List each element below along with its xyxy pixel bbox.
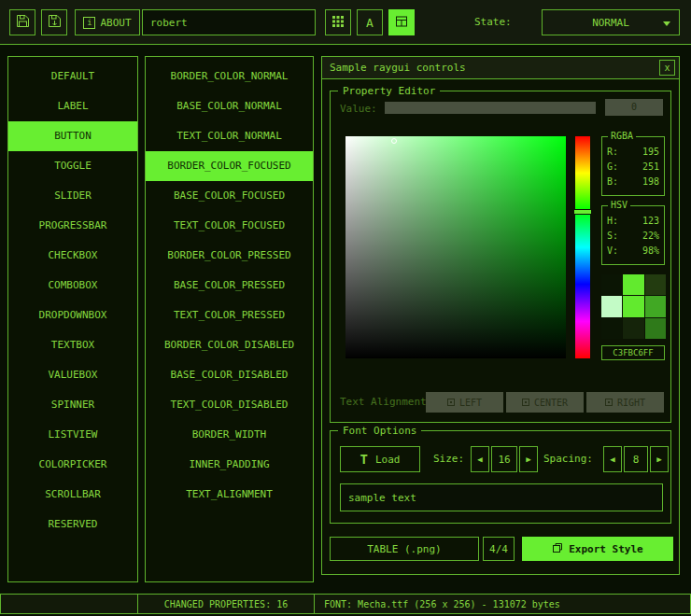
properties-list-item[interactable]: TEXT_COLOR_NORMAL — [146, 121, 313, 151]
toolbar: ABOUT A State: NORMAL — [0, 0, 691, 45]
size-decrement-button[interactable]: ◀ — [471, 446, 489, 472]
statusbar-font-info: FONT: Mecha.ttf (256 x 256) - 131072 byt… — [314, 594, 691, 614]
controls-list-item[interactable]: LABEL — [8, 91, 137, 121]
rgba-row-g: G:251 — [607, 160, 659, 175]
properties-list-item[interactable]: BORDER_COLOR_FOCUSED — [146, 151, 313, 181]
export-style-label: Export Style — [569, 543, 642, 555]
chevron-down-icon — [663, 21, 670, 26]
style-color-swatch[interactable] — [601, 296, 622, 316]
style-name-input[interactable] — [142, 9, 316, 35]
value-slider[interactable] — [385, 102, 596, 114]
export-style-button[interactable]: Export Style — [522, 537, 673, 561]
font-A-icon: A — [366, 16, 374, 30]
color-saturation-value-panel[interactable] — [346, 136, 566, 358]
text-align-icon — [605, 399, 613, 406]
controls-list-item[interactable]: DROPDOWNBOX — [8, 301, 137, 330]
statusbar: CHANGED PROPERTIES: 16 FONT: Mecha.ttf (… — [0, 594, 691, 614]
hsv-row-s: S:22% — [607, 229, 659, 244]
hue-slider[interactable] — [575, 136, 590, 358]
spacing-value-box[interactable]: 8 — [624, 446, 648, 472]
style-color-swatch[interactable] — [601, 274, 622, 295]
text-alignment-button[interactable]: CENTER — [506, 392, 584, 413]
text-alignment-button[interactable]: RIGHT — [586, 392, 664, 413]
style-table-view-button[interactable] — [388, 9, 415, 35]
hsv-row-v: V:98% — [607, 244, 659, 259]
properties-list-item[interactable]: BASE_COLOR_NORMAL — [146, 91, 313, 121]
grid-icon — [331, 15, 345, 31]
font-options-groupbox: Font Options T Load Size: ◀ 16 ▶ Spacing… — [330, 430, 671, 524]
state-label: State: — [474, 16, 512, 28]
text-alignment-button[interactable]: LEFT — [426, 392, 503, 413]
properties-list-item[interactable]: TEXT_COLOR_FOCUSED — [146, 211, 313, 241]
controls-list-item[interactable]: DEFAULT — [8, 62, 137, 91]
statusbar-changed-properties: CHANGED PROPERTIES: 16 — [137, 594, 315, 614]
close-button[interactable]: x — [659, 60, 675, 76]
properties-list-item[interactable]: BORDER_COLOR_PRESSED — [146, 241, 313, 271]
controls-list-item[interactable]: SCROLLBAR — [8, 480, 137, 510]
style-color-swatch[interactable] — [645, 318, 666, 339]
spacing-decrement-button[interactable]: ◀ — [603, 446, 622, 472]
controls-list-item[interactable]: RESERVED — [8, 510, 137, 539]
grid-view-button[interactable] — [325, 9, 351, 35]
font-options-title: Font Options — [338, 425, 421, 437]
controls-list: DEFAULTLABELBUTTONTOGGLESLIDERPROGRESSBA… — [7, 56, 138, 582]
size-increment-button[interactable]: ▶ — [519, 446, 538, 472]
left-arrow-icon: ◀ — [610, 455, 614, 464]
style-color-swatch[interactable] — [623, 318, 643, 339]
style-table-icon — [395, 15, 408, 31]
about-button[interactable]: ABOUT — [75, 9, 140, 35]
save-style-as-button[interactable] — [41, 9, 67, 35]
controls-list-item[interactable]: TEXTBOX — [8, 330, 137, 360]
controls-list-item[interactable]: TOGGLE — [8, 151, 137, 181]
style-color-swatch[interactable] — [623, 274, 643, 295]
properties-list-item[interactable]: TEXT_COLOR_PRESSED — [146, 301, 313, 330]
property-editor-groupbox: Property Editor Value: 0 RGBA R:195 G:25… — [330, 91, 671, 423]
about-button-label: ABOUT — [100, 17, 131, 29]
properties-list-item[interactable]: BASE_COLOR_FOCUSED — [146, 181, 313, 211]
font-load-button[interactable]: T Load — [340, 446, 420, 472]
controls-list-item[interactable]: COLORPICKER — [8, 450, 137, 480]
properties-list-item[interactable]: TEXT_ALIGNMENT — [146, 480, 313, 510]
properties-list: BORDER_COLOR_NORMALBASE_COLOR_NORMALTEXT… — [145, 56, 314, 582]
window-title: Sample raygui controls — [330, 62, 466, 74]
properties-list-item[interactable]: BORDER_COLOR_DISABLED — [146, 330, 313, 360]
text-align-icon — [522, 399, 529, 406]
rgba-row-b: B:198 — [607, 175, 659, 189]
spacing-increment-button[interactable]: ▶ — [650, 446, 669, 472]
controls-list-item[interactable]: SPINNER — [8, 390, 137, 420]
sample-text-input[interactable] — [340, 483, 663, 511]
hsv-row-h: H:123 — [607, 214, 659, 229]
right-arrow-icon: ▶ — [656, 455, 661, 464]
controls-list-item[interactable]: BUTTON — [8, 121, 137, 151]
controls-list-item[interactable]: CHECKBOX — [8, 241, 137, 271]
hue-slider-handle[interactable] — [573, 209, 592, 215]
properties-list-item[interactable]: TEXT_COLOR_DISABLED — [146, 390, 313, 420]
size-value-box[interactable]: 16 — [491, 446, 517, 472]
font-view-button[interactable]: A — [357, 9, 383, 35]
save-style-button[interactable] — [9, 9, 35, 35]
state-dropdown[interactable]: NORMAL — [542, 9, 680, 35]
hex-color-textbox[interactable]: C3FBC6FF — [601, 345, 665, 360]
controls-list-item[interactable]: PROGRESSBAR — [8, 211, 137, 241]
controls-list-item[interactable]: VALUEBOX — [8, 360, 137, 390]
style-color-swatch[interactable] — [645, 296, 666, 316]
text-align-icon — [447, 399, 455, 406]
controls-list-item[interactable]: COMBOBOX — [8, 271, 137, 301]
properties-list-item[interactable]: BASE_COLOR_PRESSED — [146, 271, 313, 301]
controls-list-item[interactable]: LISTVIEW — [8, 420, 137, 450]
style-color-swatch[interactable] — [623, 296, 643, 316]
color-picker-cursor[interactable] — [391, 138, 397, 144]
properties-list-item[interactable]: BASE_COLOR_DISABLED — [146, 360, 313, 390]
window-titlebar[interactable]: Sample raygui controls x — [322, 57, 679, 79]
style-color-swatch[interactable] — [645, 274, 666, 295]
style-color-swatch[interactable] — [601, 318, 622, 339]
value-box[interactable]: 0 — [605, 99, 663, 116]
hsv-panel-title: HSV — [608, 200, 630, 211]
properties-list-item[interactable]: INNER_PADDING — [146, 450, 313, 480]
export-format-button[interactable]: TABLE (.png) — [330, 537, 479, 561]
controls-list-item[interactable]: SLIDER — [8, 181, 137, 211]
properties-list-item[interactable]: BORDER_COLOR_NORMAL — [146, 62, 313, 91]
properties-list-item[interactable]: BORDER_WIDTH — [146, 420, 313, 450]
left-arrow-icon: ◀ — [477, 455, 482, 464]
table-pages-value[interactable]: 4/4 — [483, 537, 515, 561]
